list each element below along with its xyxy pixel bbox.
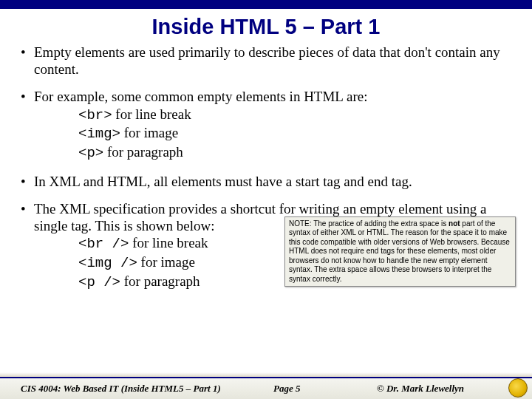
code-img: <img> <box>78 126 120 142</box>
ucf-logo-icon <box>508 378 528 398</box>
bullet-list: Empty elements are used primarily to des… <box>18 44 514 292</box>
bullet-2-examples: <br> for line break <img> for image <p> … <box>78 106 514 163</box>
code-br-desc: for line break <box>112 106 191 122</box>
code-p-self-desc: for paragraph <box>120 273 200 289</box>
note-bold: not <box>449 219 460 228</box>
note-prefix: NOTE: The practice of adding the extra s… <box>289 219 449 228</box>
bullet-2-text: For example, some common empty elements … <box>34 89 368 104</box>
footer-page: Page 5 <box>273 383 377 395</box>
code-img-desc: for image <box>120 125 178 140</box>
code-br-self: <br /> <box>78 236 129 252</box>
code-p-desc: for paragraph <box>103 144 183 160</box>
note-box: NOTE: The practice of adding the extra s… <box>284 216 516 287</box>
bullet-3: In XML and HTML, all elements must have … <box>18 173 514 190</box>
note-rest: part of the syntax of either XML or HTML… <box>289 219 510 283</box>
bullet-2: For example, some common empty elements … <box>18 88 514 162</box>
code-p-self: <p /> <box>78 274 120 290</box>
code-br-self-desc: for line break <box>129 235 208 250</box>
footer-course: CIS 4004: Web Based IT (Inside HTML5 – P… <box>0 383 273 395</box>
slide-title: Inside HTML 5 – Part 1 <box>18 15 514 39</box>
bullet-1: Empty elements are used primarily to des… <box>18 44 514 78</box>
code-img-self-desc: for image <box>137 254 195 270</box>
code-img-self: <img /> <box>78 255 137 271</box>
code-p: <p> <box>78 145 103 161</box>
code-br: <br> <box>78 107 112 123</box>
footer: CIS 4004: Web Based IT (Inside HTML5 – P… <box>0 377 532 399</box>
bullet-4: The XML specification provides a shortcu… <box>18 200 514 292</box>
